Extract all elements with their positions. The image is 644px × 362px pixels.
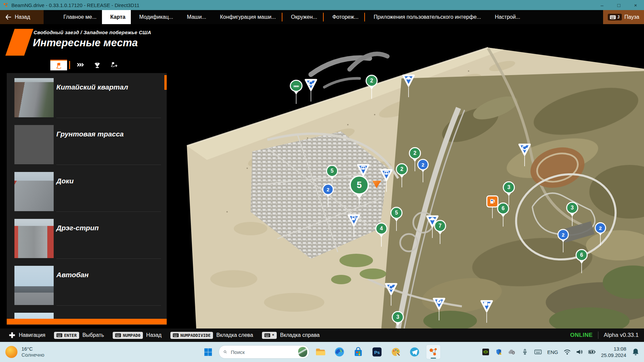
map-pin-truck[interactable] [480, 299, 494, 313]
pin-tail [599, 233, 602, 236]
search-icon [223, 349, 227, 355]
map-pin-green[interactable]: 3 [503, 181, 515, 196]
subtab-poi[interactable] [50, 60, 67, 70]
list-item[interactable]: Дрэг-стрип [7, 214, 167, 261]
key-name: NUMPAD0 [123, 333, 141, 338]
tray-keyboard-icon[interactable] [534, 348, 542, 356]
version-label: Alpha v0.33.1 [604, 332, 639, 339]
pin-tail [399, 175, 404, 178]
map-pin-green[interactable]: »»» [290, 80, 303, 95]
list-item[interactable]: Грунтовая трасса [7, 120, 167, 167]
map-pin-green[interactable]: 2 [396, 163, 408, 178]
poi-thumbnail [14, 266, 54, 305]
taskbar-app-folder[interactable] [313, 345, 328, 359]
map-pin-green[interactable]: 5 [326, 165, 338, 180]
nav-tab-map[interactable]: Карта [102, 10, 131, 24]
pause-button[interactable]: J Пауза [603, 10, 644, 24]
map-pin-blue-circle[interactable]: 2 [557, 229, 569, 242]
map-pin-blue-circle[interactable]: 2 [417, 159, 429, 172]
taskbar-app-beamng[interactable] [426, 345, 441, 359]
close-button[interactable]: × [627, 0, 644, 10]
taskbar-app-paint[interactable] [388, 345, 403, 359]
map-fuel-station-badge[interactable] [486, 195, 498, 207]
map-pin-green[interactable]: 6 [576, 249, 588, 264]
maximize-button[interactable]: □ [610, 0, 627, 10]
minimize-button[interactable]: – [594, 0, 610, 10]
pin-label: 4 [375, 223, 387, 235]
reset-icon [518, 143, 532, 156]
map-pin-green[interactable]: 6 [497, 202, 509, 217]
keybinding-bar: НавигацияENTERВыбратьNUMPAD0НазадNUMPADD… [0, 328, 644, 342]
taskbar-app-store[interactable] [351, 345, 366, 359]
pin-tail [413, 159, 417, 162]
start-button[interactable] [201, 345, 215, 359]
nav-tab-label: Главное ме... [63, 14, 97, 20]
map-pin-green[interactable]: 5 [350, 175, 369, 199]
keybinding-label: Навигация [19, 332, 45, 338]
tray-nvidia-icon[interactable] [482, 348, 490, 356]
pin-label: 2 [557, 229, 569, 240]
nav-tab-settings[interactable]: Настрой... [486, 10, 526, 24]
map-pin-green[interactable]: 3 [566, 202, 578, 217]
taskbar-app-photoshop[interactable]: Ps [370, 345, 384, 359]
scrollbar-accent[interactable] [164, 75, 167, 90]
map-pin-reset[interactable] [304, 78, 318, 92]
nav-tab-label: Маши... [187, 14, 206, 20]
subtab-routes[interactable] [72, 60, 89, 70]
tray-speaker-icon[interactable] [576, 348, 584, 356]
map-pin-fuel[interactable] [347, 214, 361, 227]
map-pin-green[interactable]: 5 [390, 207, 402, 222]
clock[interactable]: 13:08 25.09.2024 [601, 346, 626, 358]
nav-tab-mods[interactable]: Модификац... [131, 10, 178, 24]
map-pin-green[interactable]: 7 [434, 220, 446, 235]
chevrons-icon [77, 62, 84, 68]
flagplus-icon [110, 62, 118, 68]
back-button[interactable]: Назад [0, 10, 44, 24]
nav-tab-vehicles[interactable]: Маши... [178, 10, 212, 24]
pin-tail [579, 260, 584, 264]
weather-widget[interactable]: 16°C Солнечно [5, 346, 44, 358]
nav-divider [364, 13, 365, 21]
nav-tab-vehicle-config[interactable]: Конфигурация маши... [212, 10, 281, 24]
map-pin-blue-circle[interactable]: 2 [595, 222, 606, 236]
map-pin-green[interactable]: 3 [392, 311, 404, 326]
nav-tab-photo-mode[interactable]: Фотореж... [324, 10, 364, 24]
tray-shield-icon[interactable] [495, 348, 503, 356]
nav-tab-ui-apps[interactable]: Приложения пользовательского интерфе... [365, 10, 486, 24]
pin-label: 3 [392, 311, 404, 323]
world-map[interactable]: »»»25252225476332263 [167, 24, 644, 328]
pause-label: Пауза [625, 14, 639, 20]
tray-mic-icon[interactable] [521, 348, 529, 356]
pause-key-label: J [617, 15, 620, 19]
map-pin-green[interactable]: 4 [375, 223, 387, 237]
nav-tab-main-menu[interactable]: Главное ме... [55, 10, 102, 24]
map-pin-blue-circle[interactable]: 2 [322, 184, 334, 197]
poi-subtabs [50, 60, 122, 70]
map-pin-car[interactable] [401, 74, 416, 87]
search-input[interactable] [230, 349, 298, 355]
nav-tab-label: Фотореж... [332, 14, 359, 20]
search-box[interactable] [219, 345, 309, 359]
list-item[interactable]: Автобан [7, 261, 167, 308]
tray-wifi-icon[interactable] [563, 348, 571, 356]
map-pin-reset[interactable] [518, 143, 532, 156]
notification-bell-icon[interactable] [631, 348, 640, 356]
map-pin-bus[interactable] [356, 163, 370, 177]
map-pin-reset[interactable] [384, 282, 398, 296]
map-pin-gauge[interactable] [432, 297, 446, 310]
keybinding-label: Выбрать [83, 332, 104, 338]
language-indicator[interactable]: ENG [547, 349, 558, 355]
map-pin-green[interactable]: 2 [366, 75, 378, 89]
nav-tab-environment[interactable]: Окружен... [283, 10, 323, 24]
search-highlight-image[interactable] [298, 347, 307, 357]
taskbar-app-edge[interactable] [332, 345, 347, 359]
taskbar-app-telegram[interactable] [407, 345, 422, 359]
subtab-challenges[interactable] [89, 60, 106, 70]
list-item[interactable]: Доки [7, 167, 167, 214]
tray-cloud-icon[interactable] [508, 348, 516, 356]
map-pin-bus[interactable] [379, 168, 393, 182]
tray-battery-icon[interactable] [588, 348, 596, 356]
subtab-add-poi[interactable] [106, 60, 122, 70]
keybinding-label: Вкладка слева [216, 332, 253, 338]
list-item[interactable]: Китайский квартал [7, 73, 167, 120]
